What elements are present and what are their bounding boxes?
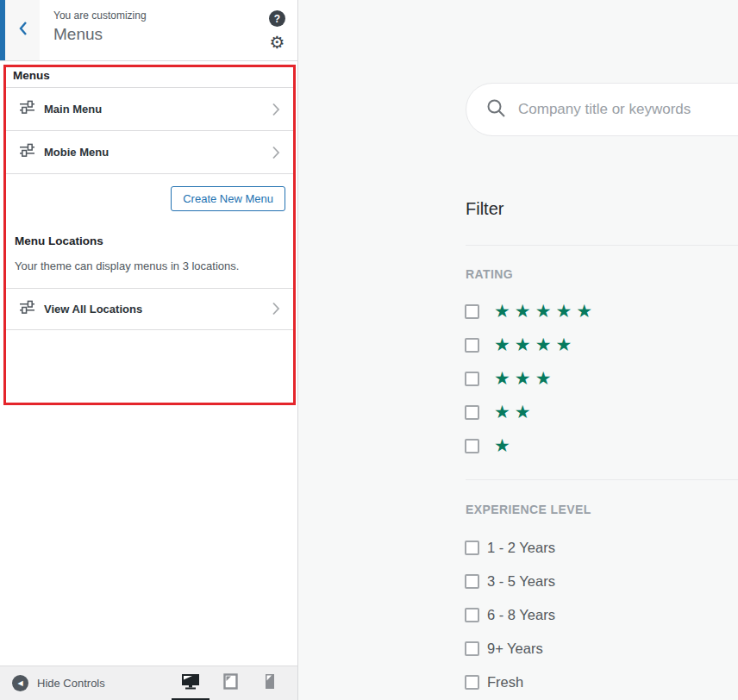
rating-option-1-star[interactable]: ★: [465, 429, 597, 463]
header-text: You are customizing Menus: [40, 0, 269, 60]
customizer-sidebar: You are customizing Menus ? ⚙ Menus: [0, 0, 298, 700]
experience-9plus-checkbox[interactable]: [465, 641, 479, 656]
experience-option-label: 9+ Years: [487, 641, 543, 657]
header-icons: ? ⚙: [269, 0, 297, 60]
menus-section-heading: Menus: [6, 67, 293, 88]
rating-3-checkbox[interactable]: [465, 372, 479, 386]
rating-options: ★★★★★ ★★★★ ★★★ ★★ ★: [465, 295, 597, 463]
menu-locations-description: Your theme can display menus in 3 locati…: [15, 259, 285, 275]
experience-option-3-5-years[interactable]: 3 - 5 Years: [465, 565, 555, 598]
menu-item-mobie-menu[interactable]: Mobie Menu: [6, 131, 293, 174]
experience-fresh-checkbox[interactable]: [465, 675, 479, 690]
experience-option-6-8-years[interactable]: 6 - 8 Years: [465, 598, 555, 632]
hide-controls-label[interactable]: Hide Controls: [37, 677, 105, 690]
experience-1-2-checkbox[interactable]: [465, 541, 479, 555]
mobile-icon: [265, 673, 275, 693]
view-all-locations-label: View All Locations: [44, 303, 142, 316]
divider: [466, 479, 738, 480]
rating-1-checkbox[interactable]: [465, 439, 479, 453]
chevron-right-icon: [272, 302, 280, 316]
mobile-preview-button[interactable]: [260, 673, 280, 694]
sliders-icon: [19, 143, 35, 161]
sliders-icon: [19, 100, 35, 118]
device-preview-switcher: [180, 673, 280, 694]
customizer-footer: ◀ Hide Controls: [0, 666, 297, 700]
customizer-screen: You are customizing Menus ? ⚙ Menus: [0, 0, 738, 700]
divider: [466, 245, 738, 246]
search-icon: [486, 98, 506, 122]
chevron-left-icon: [18, 21, 28, 40]
experience-3-5-checkbox[interactable]: [465, 574, 479, 589]
rating-2-checkbox[interactable]: [465, 405, 479, 420]
experience-option-fresh[interactable]: Fresh: [465, 666, 555, 699]
tablet-icon: [223, 673, 238, 693]
create-new-menu-button[interactable]: Create New Menu: [171, 186, 285, 211]
desktop-preview-button[interactable]: [180, 673, 201, 694]
gear-icon[interactable]: ⚙: [269, 34, 285, 51]
rating-4-checkbox[interactable]: [465, 338, 479, 353]
experience-option-label: Fresh: [487, 674, 523, 691]
rating-option-5-stars[interactable]: ★★★★★: [465, 295, 597, 328]
collapse-sidebar-icon[interactable]: ◀: [12, 675, 28, 691]
menu-locations-block: Menu Locations Your theme can display me…: [6, 211, 293, 275]
help-icon[interactable]: ?: [269, 10, 285, 27]
experience-option-label: 3 - 5 Years: [487, 573, 555, 590]
experience-option-label: 1 - 2 Years: [487, 540, 555, 556]
experience-options: 1 - 2 Years 3 - 5 Years 6 - 8 Years 9+ Y…: [465, 531, 555, 699]
two-stars: ★★: [494, 403, 535, 422]
view-all-locations-item[interactable]: View All Locations: [6, 288, 293, 330]
experience-6-8-checkbox[interactable]: [465, 608, 479, 622]
menu-item-main-menu[interactable]: Main Menu: [6, 88, 293, 131]
panel-title: Menus: [53, 25, 269, 44]
three-stars: ★★★: [494, 369, 555, 389]
site-preview-pane: Filter RATING ★★★★★ ★★★★ ★★★ ★★ ★: [298, 0, 738, 700]
customizing-subtitle: You are customizing: [53, 9, 269, 22]
four-stars: ★★★★: [494, 335, 576, 355]
create-menu-area: Create New Menu: [6, 174, 293, 211]
one-star: ★: [494, 436, 515, 456]
filter-title: Filter: [466, 199, 503, 219]
experience-level-heading: EXPERIENCE LEVEL: [466, 503, 591, 516]
rating-heading: RATING: [466, 267, 513, 281]
rating-5-checkbox[interactable]: [465, 304, 479, 319]
menu-locations-heading: Menu Locations: [15, 234, 285, 247]
five-stars: ★★★★★: [494, 302, 597, 322]
desktop-icon: [181, 673, 200, 693]
back-button[interactable]: [5, 0, 40, 60]
customizer-header: You are customizing Menus ? ⚙: [0, 0, 297, 61]
highlighted-menus-section: Menus Main Menu: [3, 65, 296, 405]
rating-option-4-stars[interactable]: ★★★★: [465, 328, 597, 362]
experience-option-1-2-years[interactable]: 1 - 2 Years: [465, 531, 555, 565]
job-search-bar: [466, 83, 738, 136]
experience-option-label: 6 - 8 Years: [487, 607, 555, 623]
sliders-icon: [19, 300, 35, 318]
experience-option-9-plus-years[interactable]: 9+ Years: [465, 632, 555, 666]
menu-item-label: Mobie Menu: [44, 146, 109, 159]
chevron-right-icon: [272, 146, 280, 159]
rating-option-2-stars[interactable]: ★★: [465, 396, 597, 429]
menu-item-label: Main Menu: [44, 103, 102, 116]
rating-option-3-stars[interactable]: ★★★: [465, 362, 597, 396]
chevron-right-icon: [272, 103, 280, 116]
search-input[interactable]: [518, 101, 738, 118]
tablet-preview-button[interactable]: [220, 673, 241, 694]
